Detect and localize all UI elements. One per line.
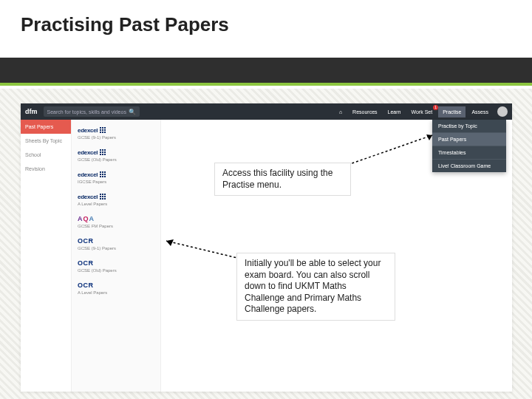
arrow-to-board-list bbox=[159, 236, 248, 273]
board-label: GCSE (9-1) Papers bbox=[78, 135, 154, 140]
sidebar-item-sheets[interactable]: Sheets By Topic bbox=[21, 134, 71, 148]
left-sidebar: Past Papers Sheets By Topic School Revis… bbox=[21, 120, 71, 392]
edexcel-dots-icon bbox=[100, 171, 106, 177]
nav-practise[interactable]: Practise bbox=[438, 106, 466, 117]
ocr-logo: OCR bbox=[78, 259, 94, 267]
board-edexcel-gcseold[interactable]: edexcel GCSE (Old) Papers bbox=[72, 146, 160, 168]
page-title: Practising Past Papers bbox=[0, 0, 532, 36]
nav-resources[interactable]: Resources bbox=[348, 106, 381, 117]
nav-assess[interactable]: Assess bbox=[467, 106, 493, 117]
board-edexcel-igcse[interactable]: edexcel IGCSE Papers bbox=[72, 168, 160, 190]
board-label: GCSE (Old) Papers bbox=[78, 157, 154, 162]
avatar[interactable] bbox=[497, 106, 508, 117]
board-label: GCSE FM Papers bbox=[78, 224, 154, 228]
board-label: IGCSE Papers bbox=[78, 180, 154, 184]
edexcel-logo: edexcel bbox=[78, 127, 98, 134]
edexcel-dots-icon bbox=[100, 194, 106, 200]
sidebar-item-past-papers[interactable]: Past Papers bbox=[21, 120, 71, 134]
board-ocr-alevel[interactable]: OCR A Level Papers bbox=[72, 279, 160, 301]
board-ocr-gcse91[interactable]: OCR GCSE (9-1) Papers bbox=[72, 234, 160, 256]
search-placeholder: Search for topics, skills and videos bbox=[47, 109, 126, 115]
edexcel-dots-icon bbox=[100, 149, 106, 155]
svg-marker-3 bbox=[166, 239, 174, 246]
edexcel-logo: edexcel bbox=[78, 171, 98, 178]
board-edexcel-gcse91[interactable]: edexcel GCSE (9-1) Papers bbox=[72, 123, 160, 146]
svg-line-0 bbox=[344, 135, 432, 166]
exam-board-list: edexcel GCSE (9-1) Papers edexcel GCSE (… bbox=[71, 120, 161, 392]
app-logo: dfm bbox=[25, 108, 44, 115]
sidebar-item-school[interactable]: School bbox=[21, 148, 71, 162]
ocr-logo: OCR bbox=[78, 282, 94, 289]
top-nav: ⌂ Resources Learn Work Set Practise Asse… bbox=[335, 106, 508, 117]
board-label: GCSE (Old) Papers bbox=[78, 268, 154, 273]
title-underline-bar bbox=[0, 58, 532, 86]
search-icon[interactable]: 🔍 bbox=[129, 109, 136, 115]
sidebar-item-revision[interactable]: Revision bbox=[21, 162, 71, 176]
edexcel-logo: edexcel bbox=[78, 194, 98, 200]
callout-practise-menu: Access this facility using the Practise … bbox=[214, 163, 351, 196]
search-input[interactable]: Search for topics, skills and videos 🔍 bbox=[44, 106, 140, 117]
nav-home-icon[interactable]: ⌂ bbox=[335, 106, 347, 117]
board-label: A Level Papers bbox=[78, 202, 154, 206]
board-label: GCSE (9-1) Papers bbox=[78, 246, 154, 250]
svg-marker-1 bbox=[426, 134, 432, 140]
aqa-logo: AQA bbox=[78, 215, 154, 222]
board-aqa-gcsefm[interactable]: AQA GCSE FM Papers bbox=[72, 212, 160, 234]
app-topbar: dfm Search for topics, skills and videos… bbox=[21, 103, 512, 120]
arrow-to-practise-menu bbox=[340, 129, 451, 174]
edexcel-logo: edexcel bbox=[78, 149, 98, 156]
callout-exam-board: Initially you'll be able to select your … bbox=[236, 253, 395, 321]
board-ocr-gcseold[interactable]: OCR GCSE (Old) Papers bbox=[72, 256, 160, 279]
ocr-logo: OCR bbox=[78, 237, 94, 245]
nav-workset[interactable]: Work Set bbox=[406, 106, 437, 117]
nav-learn[interactable]: Learn bbox=[383, 106, 406, 117]
svg-line-2 bbox=[166, 241, 240, 259]
board-edexcel-alevel[interactable]: edexcel A Level Papers bbox=[72, 190, 160, 212]
board-label: A Level Papers bbox=[78, 290, 154, 295]
edexcel-dots-icon bbox=[100, 127, 106, 133]
